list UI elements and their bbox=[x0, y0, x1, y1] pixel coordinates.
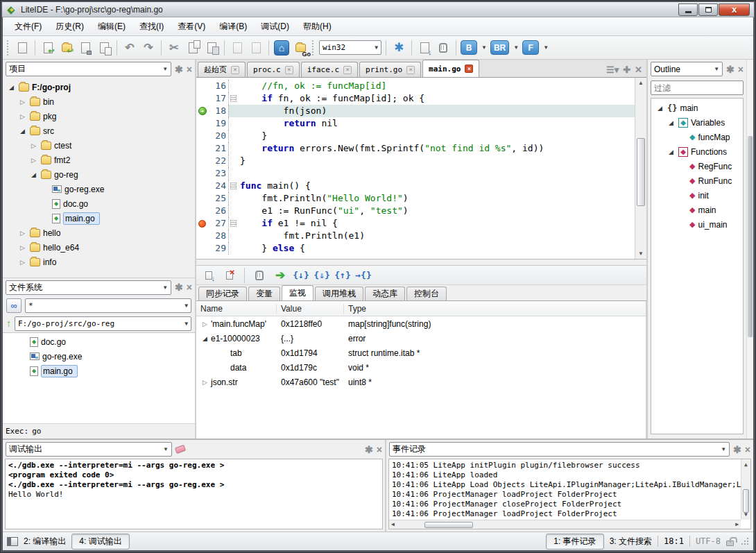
collapsed-arrow-icon[interactable]: ▷ bbox=[18, 259, 27, 266]
editor-vertical-scrollbar[interactable]: ▲ ▼ bbox=[635, 78, 646, 259]
tab-close-icon[interactable]: × bbox=[231, 66, 239, 74]
project-item-hello_e64[interactable]: ▷hello_e64 bbox=[3, 240, 195, 255]
outline-panel-combobox[interactable]: Outline▼ bbox=[651, 62, 723, 76]
build-dropdown-arrow[interactable]: ▼ bbox=[481, 44, 487, 51]
open-folder-button[interactable]: ↩ bbox=[58, 40, 75, 56]
tab-close-icon[interactable]: × bbox=[465, 65, 473, 73]
gutter-margin[interactable] bbox=[196, 230, 208, 242]
project-item-doc.go[interactable]: doc.go bbox=[3, 196, 195, 211]
home-button[interactable]: ⌂ bbox=[273, 40, 290, 56]
project-item-go-reg[interactable]: ◢go-reg bbox=[3, 167, 195, 182]
step-over-icon[interactable]: {↓} bbox=[293, 267, 309, 284]
clear-output-icon[interactable] bbox=[175, 445, 186, 454]
code-content[interactable]: } bbox=[228, 130, 635, 142]
paste-icon[interactable] bbox=[203, 40, 220, 56]
tab-close-icon[interactable]: × bbox=[406, 66, 415, 74]
gutter-margin[interactable] bbox=[196, 192, 208, 205]
gutter-margin[interactable] bbox=[196, 130, 208, 142]
menu-item-编译(B)[interactable]: 编译(B) bbox=[213, 19, 253, 35]
gutter-margin[interactable] bbox=[196, 155, 208, 167]
code-content[interactable]: e1 := RunFunc("ui", "test") bbox=[228, 205, 635, 217]
sync-editor-icon[interactable]: ∞ bbox=[6, 298, 22, 313]
fold-column[interactable] bbox=[229, 92, 237, 105]
expanded-arrow-icon[interactable]: ◢ bbox=[667, 119, 676, 126]
event-log-toggle-button[interactable]: 1: 事件记录 bbox=[546, 534, 603, 550]
new-file-button[interactable] bbox=[14, 40, 31, 56]
debug-tab-控制台[interactable]: 控制台 bbox=[406, 287, 447, 300]
fold-marker-icon[interactable] bbox=[230, 220, 237, 227]
debug-output-console[interactable]: <./gdb.exe --interpreter=mi --args go-re… bbox=[5, 459, 383, 529]
fs-item-doc.go[interactable]: doc.go bbox=[3, 334, 195, 349]
event-log-close-icon[interactable]: × bbox=[745, 445, 750, 454]
outline-item-funcMap[interactable]: ◆funcMap bbox=[651, 130, 743, 144]
project-close-icon[interactable]: × bbox=[187, 65, 192, 74]
collapsed-arrow-icon[interactable]: ▷ bbox=[200, 321, 209, 327]
menu-item-文件(F)[interactable]: 文件(F) bbox=[8, 19, 48, 35]
save-all-button[interactable] bbox=[96, 40, 112, 56]
expanded-arrow-icon[interactable]: ◢ bbox=[655, 105, 664, 112]
title-bar[interactable]: ◆◆ LiteIDE - F:\go-proj\src\go-reg\main.… bbox=[2, 2, 754, 17]
new-tab-icon[interactable]: ✚ bbox=[623, 65, 630, 74]
tab-main.go[interactable]: main.go× bbox=[422, 60, 479, 77]
env-combobox[interactable]: win32▼ bbox=[319, 40, 381, 55]
filesystem-gear-icon[interactable]: ✱ bbox=[175, 282, 183, 292]
step-into-icon[interactable]: {⇓} bbox=[313, 267, 330, 284]
collapsed-arrow-icon[interactable]: ▷ bbox=[29, 157, 38, 164]
scroll-down-icon[interactable]: ▼ bbox=[635, 248, 646, 259]
code-content[interactable]: return nil bbox=[228, 117, 635, 130]
collapsed-arrow-icon[interactable]: ▷ bbox=[18, 230, 27, 237]
filesystem-panel-combobox[interactable]: 文件系统▼ bbox=[6, 280, 171, 295]
menu-item-帮助(H)[interactable]: 帮助(H) bbox=[297, 19, 338, 35]
debug-output-combobox[interactable]: 调试输出▼ bbox=[6, 442, 172, 457]
debug-tab-监视[interactable]: 监视 bbox=[282, 285, 313, 300]
filesystem-close-icon[interactable]: × bbox=[187, 282, 192, 292]
expanded-arrow-icon[interactable]: ◢ bbox=[18, 128, 27, 135]
build-run-button[interactable]: BR bbox=[490, 40, 509, 55]
path-combobox[interactable]: F:/go-proj/src/go-reg▼ bbox=[15, 316, 191, 331]
debug-output-close-icon[interactable]: × bbox=[377, 445, 382, 454]
watch-row-tab[interactable]: tab0x1d1794struct runtime.itab * bbox=[196, 346, 646, 360]
gutter-margin[interactable] bbox=[196, 92, 208, 105]
doc-forward-icon[interactable] bbox=[248, 40, 264, 56]
outline-item-Functions[interactable]: ◢◆Functions bbox=[651, 144, 743, 159]
file-run-button[interactable]: F bbox=[522, 40, 539, 55]
debug-tab-同步记录[interactable]: 同步记录 bbox=[198, 287, 247, 300]
collapsed-arrow-icon[interactable]: ▷ bbox=[18, 113, 27, 120]
go-env-button[interactable]: Go bbox=[292, 40, 309, 56]
redo-icon[interactable]: ↷ bbox=[140, 40, 157, 56]
project-item-info[interactable]: ▷info bbox=[3, 255, 195, 269]
gutter-margin[interactable] bbox=[196, 142, 208, 155]
code-content[interactable]: fn(json) bbox=[228, 105, 635, 117]
gutter-margin[interactable] bbox=[196, 205, 208, 217]
save-file-button[interactable] bbox=[77, 40, 94, 56]
event-log-hscrollbar[interactable]: ◀ ▶ bbox=[389, 520, 741, 529]
toggle-panel-icon[interactable] bbox=[7, 537, 18, 546]
event-log-vscrollbar[interactable]: ▲ ▼ bbox=[741, 459, 750, 520]
menu-item-编辑(E)[interactable]: 编辑(E) bbox=[92, 19, 132, 35]
outline-close-icon[interactable]: × bbox=[738, 65, 744, 74]
scroll-up-icon[interactable]: ▲ bbox=[635, 78, 646, 88]
open-file-button[interactable]: ↩ bbox=[40, 40, 56, 56]
fold-marker-icon[interactable] bbox=[230, 95, 237, 102]
build-config-gear-icon[interactable]: ✱ bbox=[390, 40, 407, 56]
project-panel-combobox[interactable]: 项目▼ bbox=[6, 62, 171, 76]
outline-item-main[interactable]: ◢{}main bbox=[651, 101, 743, 115]
expanded-arrow-icon[interactable]: ◢ bbox=[667, 148, 676, 155]
tab-list-icon[interactable]: ☰▾ bbox=[606, 65, 619, 74]
fs-item-go-reg.exe[interactable]: go-reg.exe bbox=[3, 349, 195, 364]
watch-row-data[interactable]: data0x1d179cvoid * bbox=[196, 360, 646, 375]
outline-gear-icon[interactable]: ✱ bbox=[726, 65, 734, 74]
fs-item-main.go[interactable]: main.go bbox=[3, 364, 195, 378]
debug-tab-变量[interactable]: 变量 bbox=[248, 287, 280, 300]
step-out-icon[interactable]: {↑} bbox=[334, 267, 351, 284]
outline-item-ui_main[interactable]: ◆ui_main bbox=[651, 217, 743, 232]
project-item-F:/go-proj[interactable]: ◢F:/go-proj bbox=[3, 80, 195, 94]
breakpoint-icon[interactable] bbox=[196, 217, 208, 230]
tab-起始页[interactable]: 起始页× bbox=[198, 62, 246, 77]
current-line-icon[interactable]: ➔ bbox=[196, 105, 208, 117]
debug-output-gear-icon[interactable]: ✱ bbox=[365, 445, 373, 454]
watch-column-name[interactable]: Name bbox=[196, 304, 277, 314]
undo-icon[interactable]: ↶ bbox=[121, 40, 138, 56]
project-gear-icon[interactable]: ✱ bbox=[175, 65, 183, 74]
minimize-button[interactable] bbox=[678, 3, 698, 16]
